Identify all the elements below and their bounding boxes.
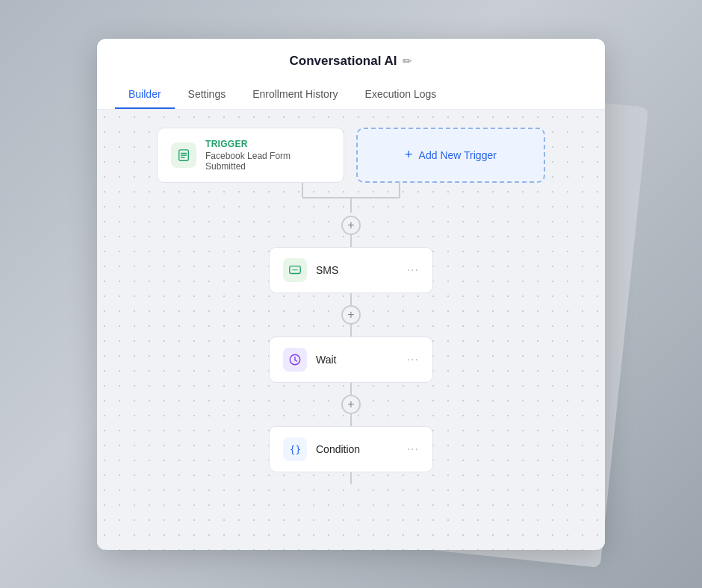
page-title: Conversational AI [290, 54, 397, 69]
line-v-6 [350, 472, 352, 484]
trigger-icon [177, 148, 190, 162]
connector-1 [350, 235, 352, 247]
trigger-card[interactable]: Trigger Facebook Lead Form Submitted [157, 128, 344, 183]
step-card-wait[interactable]: Wait ··· [269, 337, 433, 383]
title-row: Conversational AI ✏ [115, 54, 587, 81]
svg-point-10 [294, 269, 296, 270]
line-v-5 [350, 414, 352, 426]
wait-icon-wrap [283, 348, 307, 372]
edit-icon[interactable]: ✏ [403, 54, 412, 68]
condition-icon-wrap: {} [283, 437, 307, 461]
svg-line-14 [295, 360, 297, 361]
sms-label: SMS [316, 264, 398, 276]
trigger-text: Trigger Facebook Lead Form Submitted [205, 139, 330, 172]
sms-more-btn[interactable]: ··· [407, 263, 419, 277]
tab-builder[interactable]: Builder [115, 81, 175, 109]
trigger-icon-wrap [171, 143, 196, 168]
wait-icon [288, 353, 302, 366]
add-trigger-card[interactable]: + Add New Trigger [356, 128, 545, 183]
trigger-label: Trigger [205, 139, 330, 149]
line-v-4 [350, 383, 352, 395]
line-v-2 [350, 293, 352, 305]
svg-point-9 [292, 269, 293, 270]
tab-execution-logs[interactable]: Execution Logs [352, 81, 450, 109]
svg-point-11 [296, 269, 298, 270]
condition-more-btn[interactable]: ··· [407, 442, 419, 456]
line-v-1 [350, 235, 352, 247]
tab-settings[interactable]: Settings [175, 81, 240, 109]
connector-6 [350, 472, 352, 484]
step-card-sms[interactable]: SMS ··· [269, 247, 433, 293]
add-trigger-label: Add New Trigger [419, 149, 497, 161]
connector-4 [350, 383, 352, 395]
wait-label: Wait [316, 354, 398, 366]
condition-icon: {} [288, 442, 302, 456]
add-step-btn-3[interactable]: + [341, 395, 361, 414]
connector-2 [350, 293, 352, 305]
sms-icon-wrap [283, 258, 307, 282]
canvas-area: Trigger Facebook Lead Form Submitted + A… [97, 110, 605, 550]
add-step-btn-1[interactable]: + [341, 216, 361, 235]
connector-3 [350, 325, 352, 337]
card-header: Conversational AI ✏ Builder Settings Enr… [97, 39, 605, 110]
add-step-btn-2[interactable]: + [341, 305, 361, 325]
trigger-sublabel: Facebook Lead Form Submitted [205, 151, 330, 172]
connector-5 [350, 414, 352, 426]
condition-label: Condition [316, 443, 398, 455]
merge-svg [254, 183, 448, 213]
line-v-3 [350, 325, 352, 337]
step-card-condition[interactable]: {} Condition ··· [269, 426, 433, 472]
trigger-row: Trigger Facebook Lead Form Submitted + A… [157, 128, 545, 183]
sms-icon [288, 263, 302, 277]
add-trigger-plus-icon: + [405, 147, 413, 163]
tabs-row: Builder Settings Enrollment History Exec… [115, 81, 587, 109]
main-card: Conversational AI ✏ Builder Settings Enr… [97, 39, 605, 550]
tab-enrollment-history[interactable]: Enrollment History [239, 81, 351, 109]
wait-more-btn[interactable]: ··· [407, 353, 419, 366]
svg-text:{}: {} [290, 443, 301, 454]
merge-connector [254, 183, 448, 216]
